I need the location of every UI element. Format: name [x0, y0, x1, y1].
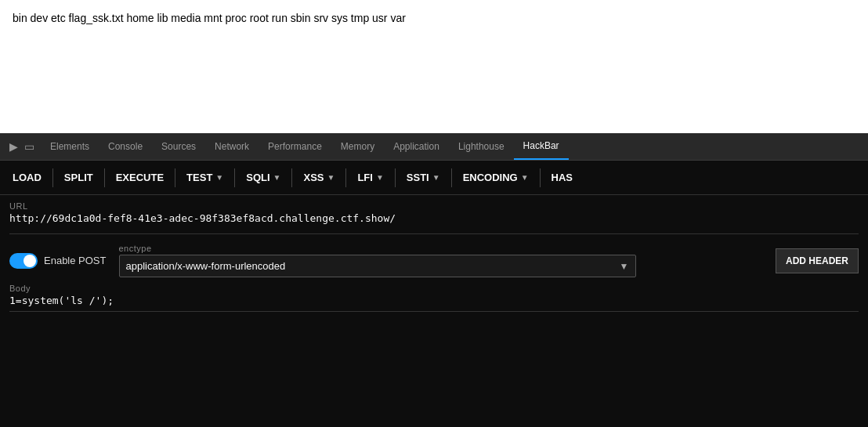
encoding-button[interactable]: ENCODING ▼ [457, 168, 535, 186]
url-divider [9, 233, 859, 234]
devtools-panel: ▶ ▭ Elements Console Sources Network Per… [0, 133, 868, 427]
lfi-button[interactable]: LFI ▼ [351, 168, 389, 186]
split-button[interactable]: SPLIT [58, 168, 99, 186]
separator-8 [451, 168, 452, 187]
url-label: URL [9, 201, 859, 211]
add-header-button[interactable]: ADD HEADER [776, 248, 859, 273]
lfi-arrow: ▼ [376, 173, 384, 182]
xss-button[interactable]: XSS ▼ [297, 168, 341, 186]
url-value[interactable]: http://69dc1a0d-fef8-41e3-adec-98f383ef8… [9, 212, 859, 224]
test-arrow: ▼ [215, 173, 223, 182]
tab-application[interactable]: Application [384, 133, 449, 160]
body-divider [9, 311, 859, 312]
enctype-section: enctype application/x-www-form-urlencode… [119, 244, 763, 277]
sqli-button[interactable]: SQLI ▼ [240, 168, 287, 186]
devtools-icons: ▶ ▭ [3, 140, 41, 153]
enable-post-label: Enable POST [44, 255, 107, 266]
separator-5 [291, 168, 292, 187]
output-text: bin dev etc flag_ssk.txt home lib media … [13, 12, 406, 24]
body-section: Body 1=system('ls /'); [9, 284, 859, 312]
enctype-label: enctype [119, 244, 763, 253]
devtools-tabbar: ▶ ▭ Elements Console Sources Network Per… [0, 133, 868, 161]
separator-4 [234, 168, 235, 187]
body-label: Body [9, 284, 859, 293]
device-icon[interactable]: ▭ [24, 140, 34, 153]
tab-memory[interactable]: Memory [331, 133, 384, 160]
tab-network[interactable]: Network [205, 133, 259, 160]
hackbar-body: URL http://69dc1a0d-fef8-41e3-adec-98f38… [0, 195, 868, 427]
sqli-arrow: ▼ [273, 173, 281, 182]
page-output: bin dev etc flag_ssk.txt home lib media … [0, 0, 868, 133]
enctype-arrow-icon: ▼ [613, 261, 635, 272]
has-button[interactable]: HAS [545, 168, 579, 186]
enctype-select-wrapper: application/x-www-form-urlencoded multip… [119, 255, 636, 277]
load-button[interactable]: LOAD [6, 168, 48, 186]
xss-arrow: ▼ [327, 173, 335, 182]
tab-console[interactable]: Console [99, 133, 152, 160]
ssti-arrow: ▼ [432, 173, 440, 182]
execute-button[interactable]: EXECUTE [110, 168, 170, 186]
separator-9 [540, 168, 541, 187]
test-button[interactable]: TEST ▼ [180, 168, 230, 186]
tab-hackbar[interactable]: HackBar [514, 133, 569, 160]
body-value[interactable]: 1=system('ls /'); [9, 295, 859, 306]
separator-3 [175, 168, 175, 187]
enable-post-toggle[interactable] [9, 253, 38, 269]
cursor-icon[interactable]: ▶ [9, 140, 18, 153]
separator-1 [52, 168, 53, 187]
enable-post-container: Enable POST [9, 253, 107, 269]
tab-performance[interactable]: Performance [259, 133, 331, 160]
tab-elements[interactable]: Elements [41, 133, 99, 160]
hackbar-toolbar: LOAD SPLIT EXECUTE TEST ▼ SQLI ▼ XSS ▼ L… [0, 161, 868, 195]
separator-2 [104, 168, 105, 187]
tab-lighthouse[interactable]: Lighthouse [449, 133, 514, 160]
encoding-arrow: ▼ [521, 173, 529, 182]
ssti-button[interactable]: SSTI ▼ [400, 168, 447, 186]
tab-sources[interactable]: Sources [152, 133, 205, 160]
enctype-select[interactable]: application/x-www-form-urlencoded multip… [120, 255, 613, 277]
separator-7 [395, 168, 396, 187]
separator-6 [345, 168, 346, 187]
post-section: Enable POST enctype application/x-www-fo… [9, 244, 859, 277]
url-section: URL http://69dc1a0d-fef8-41e3-adec-98f38… [9, 201, 859, 224]
